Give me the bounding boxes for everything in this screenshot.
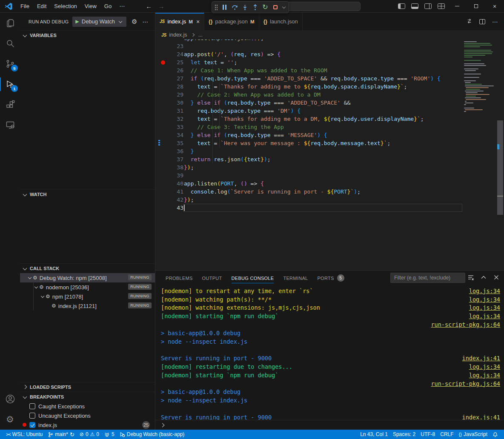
status-ln-43-col-1[interactable]: Ln 43, Col 1 (358, 430, 390, 439)
minimize-button[interactable] (448, 0, 467, 13)
breadcrumb[interactable]: JS index.js ... (155, 30, 504, 40)
editor-gutter[interactable]: 34 (155, 131, 183, 139)
tab-package.json[interactable]: {}package.jsonM (204, 13, 259, 30)
editor-gutter[interactable]: 32 (155, 115, 183, 123)
breakpoint-checkbox[interactable] (29, 413, 35, 419)
console-source-link[interactable]: log.js:34 (469, 304, 500, 312)
console-source-link[interactable]: log.js:34 (469, 312, 500, 321)
menu-overflow-icon[interactable]: ⋯ (115, 3, 129, 9)
editor-gutter[interactable]: 23 (155, 42, 183, 50)
editor-gutter[interactable]: 30 (155, 99, 183, 107)
breakpoint-row[interactable]: index.js25 (20, 420, 155, 430)
watch-section-header[interactable]: WATCH (20, 189, 155, 199)
panel-tab-output[interactable]: OUTPUT (198, 271, 227, 285)
chevron-up-icon[interactable] (480, 274, 487, 282)
console-source-link[interactable]: run-script-pkg.js:64 (431, 380, 500, 388)
editor-gutter[interactable]: 28 (155, 83, 183, 91)
call-stack-row[interactable]: ⚙npm [21078]RUNNING (20, 292, 155, 301)
toggle-panel-icon[interactable] (411, 3, 418, 9)
editor-gutter[interactable]: 37 (155, 155, 183, 163)
line-number[interactable]: 40 (165, 180, 183, 188)
editor-gutter[interactable]: 33 (155, 123, 183, 131)
code-editor[interactable]: app.use(express.json()); 2324app.post('/… (155, 40, 504, 270)
line-number[interactable]: 41 (165, 188, 183, 196)
breakpoints-section-header[interactable]: BREAKPOINTS (20, 392, 155, 402)
call-stack-section-header[interactable]: CALL STACK (20, 263, 155, 273)
split-editor-icon[interactable] (479, 19, 485, 24)
status-remote[interactable]: ><WSL: Ubuntu (3, 430, 45, 439)
editor-gutter[interactable]: 40 (155, 180, 183, 188)
console-source-link[interactable]: log.js:34 (469, 287, 500, 296)
panel-tab-ports[interactable]: PORTS5 (312, 271, 349, 285)
line-number[interactable]: 32 (165, 115, 183, 123)
console-source-link[interactable]: index.js:41 (462, 413, 500, 420)
status-spaces-2[interactable]: Spaces: 2 (390, 430, 418, 439)
stop-icon[interactable] (272, 3, 279, 11)
line-number[interactable]: 35 (165, 139, 183, 147)
editor-gutter[interactable]: 39 (155, 171, 183, 180)
editor-gutter[interactable]: 43 (155, 204, 183, 212)
editor-scrollbar[interactable] (496, 40, 504, 270)
tab-launch.json[interactable]: {}launch.json (259, 13, 303, 30)
tab-index.js[interactable]: JSindex.jsM× (155, 13, 204, 30)
chevron-down-icon[interactable] (28, 276, 32, 279)
line-number[interactable]: 33 (165, 123, 183, 131)
menu-item-go[interactable]: Go (100, 0, 115, 13)
line-number[interactable]: 30 (165, 99, 183, 107)
activity-search[interactable] (0, 33, 20, 54)
line-number[interactable]: 27 (165, 74, 183, 83)
console-source-link[interactable]: log.js:34 (469, 371, 500, 380)
activity-source-control[interactable]: 5 (0, 54, 20, 74)
debug-console-output[interactable]: [nodemon][nodemon] to restart at any tim… (155, 285, 504, 420)
activity-accounts[interactable] (0, 389, 20, 409)
line-number[interactable]: 31 (165, 107, 183, 115)
breakpoint-icon[interactable] (161, 60, 165, 65)
sidebar-more-actions-icon[interactable]: ⋯ (142, 18, 148, 25)
status-debug[interactable]: Debug Watch (basic-app) (117, 430, 187, 439)
activity-remote-explorer[interactable] (0, 115, 20, 135)
editor-gutter[interactable]: 24 (155, 50, 183, 58)
line-number[interactable]: 38 (165, 163, 183, 171)
line-number[interactable]: 37 (165, 155, 183, 163)
chevron-down-icon[interactable] (41, 294, 44, 298)
go-forward-icon[interactable]: → (158, 3, 164, 10)
console-source-link[interactable]: index.js:41 (462, 354, 500, 363)
editor-gutter[interactable]: 27 (155, 74, 183, 83)
editor-gutter[interactable]: 26 (155, 66, 183, 74)
more-actions-icon[interactable]: ⋯ (492, 18, 498, 25)
chevron-down-icon[interactable] (34, 285, 38, 288)
console-source-link[interactable]: run-script-pkg.js:64 (431, 321, 500, 329)
call-stack-row[interactable]: ⚙index.js [21121]RUNNING (20, 301, 155, 311)
breakpoint-checkbox[interactable] (29, 422, 35, 428)
line-number[interactable]: 43 (165, 204, 183, 212)
line-number[interactable]: 25 (165, 58, 183, 66)
customize-layout-icon[interactable] (438, 3, 445, 9)
breakpoint-row[interactable]: Caught Exceptions (20, 402, 155, 411)
minimap[interactable] (462, 40, 496, 270)
line-number[interactable]: 24 (165, 50, 183, 58)
chevron-down-icon[interactable] (282, 3, 286, 11)
toggle-primary-sidebar-icon[interactable] (398, 3, 405, 9)
editor-gutter[interactable]: 25 (155, 58, 183, 66)
close-icon[interactable] (493, 274, 500, 282)
maximize-button[interactable] (467, 0, 485, 13)
panel-tab-debug-console[interactable]: DEBUG CONSOLE (227, 271, 279, 285)
console-filter-input[interactable] (390, 273, 465, 283)
status-utf-8[interactable]: UTF-8 (418, 430, 438, 439)
breadcrumb-symbol[interactable]: ... (198, 32, 203, 38)
restart-icon[interactable]: ↻ (261, 3, 269, 11)
step-into-icon[interactable] (241, 3, 249, 11)
editor-gutter[interactable]: 31 (155, 107, 183, 115)
step-out-icon[interactable] (251, 3, 259, 11)
open-changes-icon[interactable] (466, 18, 472, 26)
filter-lines-icon[interactable] (467, 274, 474, 282)
console-source-link[interactable]: log.js:34 (469, 296, 500, 304)
breakpoint-row[interactable]: Uncaught Exceptions (20, 411, 155, 420)
close-icon[interactable]: × (196, 18, 200, 25)
line-number[interactable]: 36 (165, 147, 183, 155)
debug-settings-gear-icon[interactable]: ⚙ (132, 18, 137, 26)
breadcrumb-file[interactable]: index.js (169, 32, 187, 38)
activity-extensions[interactable] (0, 94, 20, 115)
status-error[interactable]: ⊘0⚠0 (77, 430, 102, 439)
line-number[interactable]: 28 (165, 83, 183, 91)
